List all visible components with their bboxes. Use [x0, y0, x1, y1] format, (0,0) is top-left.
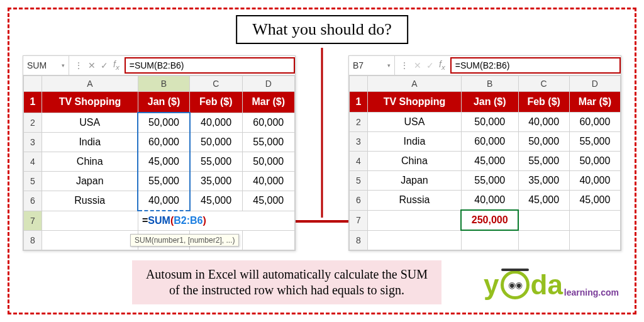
- cell[interactable]: 50,000: [190, 133, 242, 152]
- cell-b7-formula[interactable]: =SUM(B2:B6): [138, 211, 294, 231]
- cell[interactable]: Russia: [368, 191, 462, 211]
- enter-icon[interactable]: ✓: [101, 61, 108, 70]
- cancel-icon[interactable]: ✕: [414, 61, 421, 70]
- logo-da: da: [531, 271, 563, 299]
- cell[interactable]: USA: [42, 113, 138, 133]
- cell[interactable]: 55,000: [190, 152, 242, 172]
- row-8[interactable]: 8: [24, 231, 42, 250]
- cell[interactable]: 55,000: [569, 132, 620, 152]
- col-a[interactable]: A: [42, 76, 138, 92]
- connector-vertical: [321, 48, 323, 218]
- dropdown-icon[interactable]: ⋮: [74, 61, 83, 70]
- row-1[interactable]: 1: [24, 92, 42, 113]
- cell[interactable]: 40,000: [518, 113, 569, 132]
- cell[interactable]: [569, 210, 620, 230]
- cell[interactable]: 45,000: [518, 191, 569, 211]
- cell-b7-result[interactable]: 250,000: [461, 210, 518, 230]
- cell[interactable]: 40,000: [569, 171, 620, 191]
- row-7[interactable]: 7: [350, 210, 368, 230]
- cell[interactable]: 50,000: [242, 152, 294, 172]
- cell[interactable]: 40,000: [242, 172, 294, 191]
- cell[interactable]: 60,000: [242, 113, 294, 133]
- formula-input[interactable]: =SUM(B2:B6): [450, 57, 621, 74]
- row-2[interactable]: 2: [24, 113, 42, 133]
- cell[interactable]: China: [42, 152, 138, 172]
- cell[interactable]: Japan: [42, 172, 138, 191]
- page-title: What you should do?: [236, 15, 408, 44]
- row-4[interactable]: 4: [350, 152, 368, 171]
- cell[interactable]: [461, 230, 518, 250]
- col-d[interactable]: D: [242, 76, 294, 92]
- col-b[interactable]: B: [461, 76, 518, 92]
- row-8[interactable]: 8: [350, 230, 368, 250]
- cell[interactable]: 55,000: [242, 133, 294, 152]
- hdr-b: Jan ($): [461, 92, 518, 113]
- formula-bar: SUM ⋮ ✕ ✓ fx =SUM(B2:B6): [23, 56, 295, 75]
- cell[interactable]: [518, 210, 569, 230]
- cell[interactable]: 45,000: [461, 152, 518, 171]
- cell[interactable]: 40,000: [190, 113, 242, 133]
- cell[interactable]: 40,000: [461, 191, 518, 211]
- row-4[interactable]: 4: [24, 152, 42, 172]
- col-d[interactable]: D: [569, 76, 620, 92]
- cell[interactable]: [518, 230, 569, 250]
- cell[interactable]: 45,000: [190, 191, 242, 211]
- row-3[interactable]: 3: [24, 133, 42, 152]
- cell[interactable]: 35,000: [518, 171, 569, 191]
- name-box[interactable]: SUM: [23, 56, 69, 75]
- col-b[interactable]: B: [138, 76, 189, 92]
- cell[interactable]: [242, 231, 294, 250]
- cancel-icon[interactable]: ✕: [88, 61, 96, 70]
- row-1[interactable]: 1: [350, 92, 368, 113]
- dropdown-icon[interactable]: ⋮: [400, 61, 409, 70]
- cell[interactable]: 45,000: [242, 191, 294, 211]
- cell[interactable]: India: [368, 132, 462, 152]
- cell[interactable]: 45,000: [569, 191, 620, 211]
- cell[interactable]: 55,000: [461, 171, 518, 191]
- row-5[interactable]: 5: [350, 171, 368, 191]
- pc: ): [203, 215, 206, 226]
- cell[interactable]: China: [368, 152, 462, 171]
- cell[interactable]: 60,000: [138, 133, 189, 152]
- fx-icon[interactable]: fx: [439, 60, 445, 70]
- row-3[interactable]: 3: [350, 132, 368, 152]
- cell[interactable]: 50,000: [569, 152, 620, 171]
- cell[interactable]: Japan: [368, 171, 462, 191]
- cell[interactable]: 45,000: [138, 152, 189, 172]
- cell[interactable]: [368, 230, 462, 250]
- cell[interactable]: 35,000: [190, 172, 242, 191]
- grid: A B C D 1 TV Shopping Jan ($) Feb ($) Ma…: [23, 75, 295, 250]
- cell[interactable]: USA: [368, 113, 462, 132]
- logo-o-glasses-icon: ◉◉: [501, 270, 530, 299]
- row-7[interactable]: 7: [24, 211, 42, 231]
- formula-input[interactable]: =SUM(B2:B6): [125, 57, 295, 74]
- cell[interactable]: [368, 210, 462, 230]
- fx-icon[interactable]: fx: [113, 60, 119, 70]
- name-box[interactable]: B7: [349, 56, 395, 75]
- col-c[interactable]: C: [190, 76, 242, 92]
- row-5[interactable]: 5: [24, 172, 42, 191]
- cell[interactable]: [569, 230, 620, 250]
- logo-y: y: [484, 271, 499, 299]
- cell[interactable]: 55,000: [518, 152, 569, 171]
- row-2[interactable]: 2: [350, 113, 368, 132]
- cell[interactable]: [42, 211, 138, 231]
- cell[interactable]: India: [42, 133, 138, 152]
- cell[interactable]: 40,000: [138, 191, 189, 211]
- enter-icon[interactable]: ✓: [426, 61, 434, 70]
- cell[interactable]: Russia: [42, 191, 138, 211]
- hdr-d: Mar ($): [569, 92, 620, 113]
- cell[interactable]: 50,000: [518, 132, 569, 152]
- cell[interactable]: 55,000: [138, 172, 189, 191]
- cell[interactable]: 50,000: [461, 113, 518, 132]
- cell[interactable]: 60,000: [569, 113, 620, 132]
- cell[interactable]: 60,000: [461, 132, 518, 152]
- grid: A B C D 1 TV Shopping Jan ($) Feb ($) Ma…: [349, 75, 621, 250]
- row-6[interactable]: 6: [24, 191, 42, 211]
- col-c[interactable]: C: [518, 76, 569, 92]
- hdr-c: Feb ($): [190, 92, 242, 113]
- row-6[interactable]: 6: [350, 191, 368, 211]
- cell[interactable]: [42, 231, 138, 250]
- cell[interactable]: 50,000: [138, 113, 189, 133]
- col-a[interactable]: A: [368, 76, 462, 92]
